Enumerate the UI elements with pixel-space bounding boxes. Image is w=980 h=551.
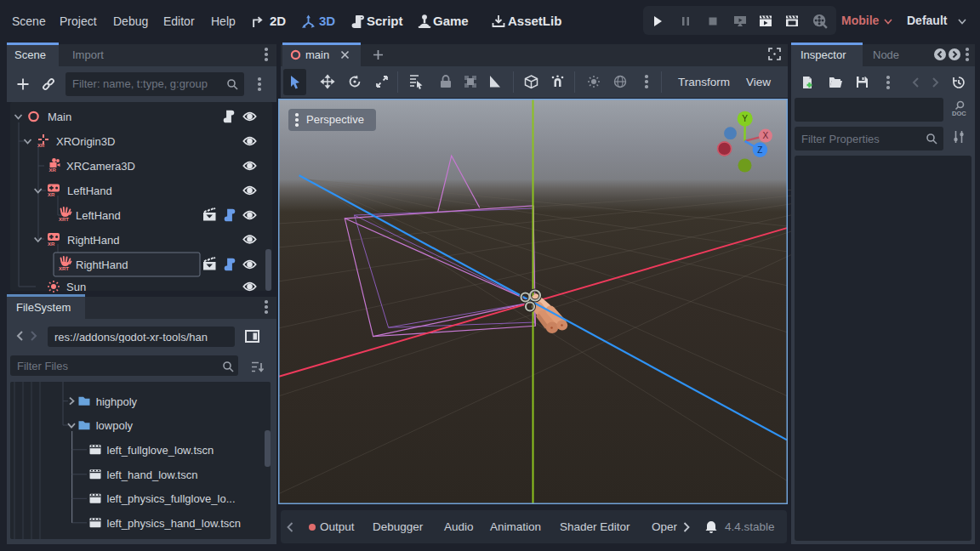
svg-text:XRT: XRT [59,217,69,222]
svg-text:left_hand_low.tscn: left_hand_low.tscn [107,469,198,481]
svg-text:RightHand: RightHand [67,234,119,247]
svg-text:Main: Main [48,111,71,123]
svg-text:XR: XR [48,192,55,197]
svg-text:highpoly: highpoly [96,395,138,408]
svg-text:XR: XR [49,168,57,173]
svg-text:XRT: XRT [59,266,69,271]
svg-text:Sun: Sun [66,281,86,293]
svg-text:Z: Z [757,145,762,155]
svg-text:left_physics_fullglove_lo...: left_physics_fullglove_lo... [107,492,236,505]
svg-text:XR: XR [48,241,55,247]
svg-text:left_physics_hand_low.tscn: left_physics_hand_low.tscn [107,517,242,530]
svg-text:XRCamera3D: XRCamera3D [66,160,135,173]
svg-text:XR: XR [37,143,45,148]
svg-text:left_fullglove_low.tscn: left_fullglove_low.tscn [107,444,214,457]
svg-text:DOC: DOC [952,110,966,117]
svg-text:LeftHand: LeftHand [67,185,112,197]
svg-text:Y: Y [742,114,748,123]
svg-text:XROrigin3D: XROrigin3D [56,135,115,148]
svg-text:X: X [763,131,769,140]
svg-text:LeftHand: LeftHand [76,209,121,222]
svg-text:lowpoly: lowpoly [96,419,134,432]
svg-text:RightHand: RightHand [76,258,128,271]
